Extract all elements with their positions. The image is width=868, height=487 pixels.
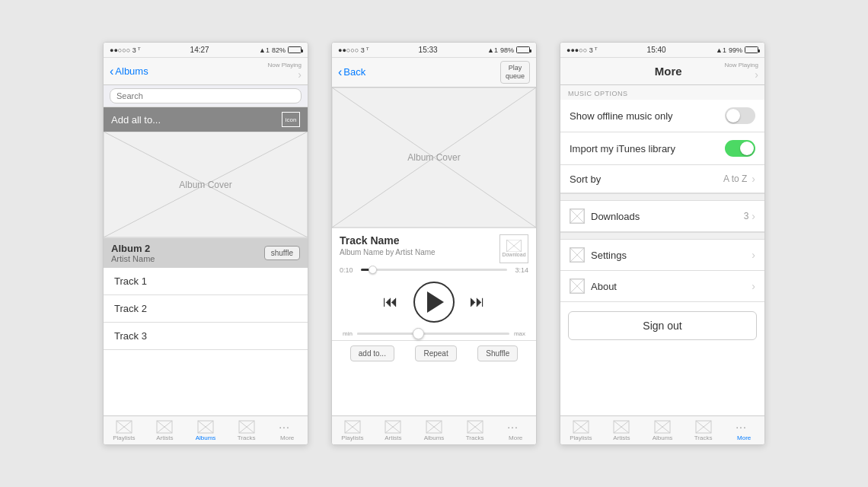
shuffle-button-2[interactable]: Shuffle <box>477 345 518 361</box>
play-button[interactable] <box>413 282 455 323</box>
tab-tracks-1[interactable]: Tracks <box>226 416 267 444</box>
signal-dots-2: ●●○○○ 3 ᵀ <box>338 46 369 54</box>
download-button[interactable]: Download <box>499 234 528 263</box>
tab-playlists-3[interactable]: Playlists <box>560 416 602 444</box>
track-name: Track Name <box>340 234 436 247</box>
list-item-downloads[interactable]: Downloads 3 › <box>560 201 764 232</box>
shuffle-button[interactable]: shuffle <box>264 246 300 260</box>
toggle-itunes[interactable] <box>725 140 755 157</box>
tab-label-artists-2: Artists <box>385 434 401 441</box>
more-icon-1: ··· <box>279 420 295 434</box>
toggle-itunes-thumb <box>740 142 754 155</box>
battery-icon-1 <box>288 46 302 53</box>
about-icon <box>570 279 585 294</box>
add-to-button[interactable]: add to... <box>350 345 394 361</box>
about-label: About <box>591 281 617 292</box>
now-playing-button-3[interactable]: Now Playing › <box>725 62 758 81</box>
track-row-1[interactable]: Track 1 <box>104 268 308 295</box>
forward-button[interactable]: ⏭ <box>470 293 485 310</box>
artists-icon-2 <box>385 420 401 434</box>
signal-arrow-3: ▲1 <box>716 46 726 54</box>
album-cover-1: Album Cover <box>104 132 308 238</box>
section-divider-2 <box>560 232 764 240</box>
volume-thumb[interactable] <box>413 328 424 339</box>
signal-dots-1: ●●○○○ 3 ᵀ <box>110 46 140 54</box>
tab-label-tracks-1: Tracks <box>238 434 256 441</box>
tab-more-1[interactable]: ··· More <box>266 416 308 444</box>
play-triangle-icon <box>427 291 444 313</box>
battery-pct-2: 98% <box>500 46 514 54</box>
downloads-badge: 3 <box>744 211 749 221</box>
settings-chevron-icon: › <box>752 249 755 261</box>
progress-bar[interactable] <box>361 269 507 271</box>
settings-icon <box>570 247 585 263</box>
signal-arrow-2: ▲1 <box>487 46 498 54</box>
track-row-2[interactable]: Track 2 <box>104 295 308 323</box>
now-playing-button-1[interactable]: Now Playing › <box>268 62 302 81</box>
list-item-settings[interactable]: Settings › <box>560 240 764 271</box>
tab-tracks-3[interactable]: Tracks <box>683 416 724 444</box>
rewind-button[interactable]: ⏮ <box>383 293 398 310</box>
tab-albums-2[interactable]: Albums <box>413 416 455 444</box>
option-itunes-label: Import my iTunes library <box>570 143 675 154</box>
tab-bar-2: Playlists Artists Albums Tracks <box>332 415 536 444</box>
tab-artists-3[interactable]: Artists <box>602 416 643 444</box>
tab-label-more-3: More <box>737 434 751 441</box>
back-label-1[interactable]: Albums <box>115 65 148 77</box>
signal-dots-3: ●●●○○ 3 ᵀ <box>566 46 597 54</box>
tab-playlists-2[interactable]: Playlists <box>332 416 373 444</box>
toggle-offline[interactable] <box>725 107 755 124</box>
track-row-3[interactable]: Track 3 <box>104 323 308 350</box>
option-itunes[interactable]: Import my iTunes library <box>560 132 764 165</box>
downloads-label: Downloads <box>591 211 640 222</box>
tab-artists-1[interactable]: Artists <box>145 416 186 444</box>
sortby-value: A to Z <box>723 173 747 184</box>
controls-row: ⏮ ⏭ <box>332 274 536 327</box>
list-item-downloads-left: Downloads <box>570 208 640 224</box>
tab-albums-1[interactable]: Albums <box>185 416 226 444</box>
tracks-icon-1 <box>238 420 255 434</box>
volume-row: min max <box>332 327 536 340</box>
more-icon-2: ··· <box>507 420 524 434</box>
option-sortby-label: Sort by <box>570 173 601 185</box>
tab-label-playlists-2: Playlists <box>341 434 363 441</box>
volume-bar[interactable] <box>357 333 509 335</box>
about-chevron-icon: › <box>752 280 755 292</box>
volume-fill <box>357 333 418 335</box>
tab-label-tracks-3: Tracks <box>694 434 713 441</box>
track-album-info: Album Name by Artist Name <box>340 248 436 256</box>
status-time-3: 15:40 <box>647 46 666 54</box>
tab-artists-2[interactable]: Artists <box>373 416 414 444</box>
spacer-1 <box>104 350 308 415</box>
play-queue-button[interactable]: Playqueue <box>500 61 530 84</box>
search-input-1[interactable] <box>110 88 302 103</box>
volume-min-label: min <box>343 330 353 337</box>
settings-right: › <box>752 249 755 261</box>
now-playing-label-3: Now Playing <box>725 62 758 68</box>
add-all-bar[interactable]: Add all to... icon <box>104 107 308 132</box>
tab-more-3[interactable]: ··· More <box>723 416 764 444</box>
nav-bar-3: More Now Playing › <box>560 58 764 85</box>
chevron-right-icon-1: › <box>298 68 302 81</box>
progress-thumb[interactable] <box>369 266 377 274</box>
selected-album-row[interactable]: Album 2 Artist Name shuffle <box>104 238 308 268</box>
albums-icon-1 <box>197 420 214 434</box>
albums-icon-3 <box>654 420 671 434</box>
tab-more-2[interactable]: ··· More <box>495 416 536 444</box>
tab-playlists-1[interactable]: Playlists <box>104 416 145 444</box>
about-right: › <box>752 280 755 292</box>
sign-out-button[interactable]: Sign out <box>568 311 757 340</box>
tracks-icon-2 <box>467 420 483 434</box>
add-all-icon: icon <box>282 112 300 127</box>
option-offline[interactable]: Show offline music only <box>560 100 764 132</box>
status-bar-3: ●●●○○ 3 ᵀ 15:40 ▲1 99% <box>560 43 764 58</box>
back-button-1[interactable]: ‹ Albums <box>110 65 148 78</box>
repeat-button[interactable]: Repeat <box>415 345 456 361</box>
back-button-2[interactable]: ‹ Back <box>338 65 365 79</box>
back-label-2[interactable]: Back <box>343 66 365 78</box>
tab-albums-3[interactable]: Albums <box>642 416 683 444</box>
tab-tracks-2[interactable]: Tracks <box>455 416 496 444</box>
option-sortby[interactable]: Sort by A to Z › <box>560 165 764 193</box>
list-item-about[interactable]: About › <box>560 271 764 302</box>
tab-label-playlists-1: Playlists <box>113 434 135 441</box>
